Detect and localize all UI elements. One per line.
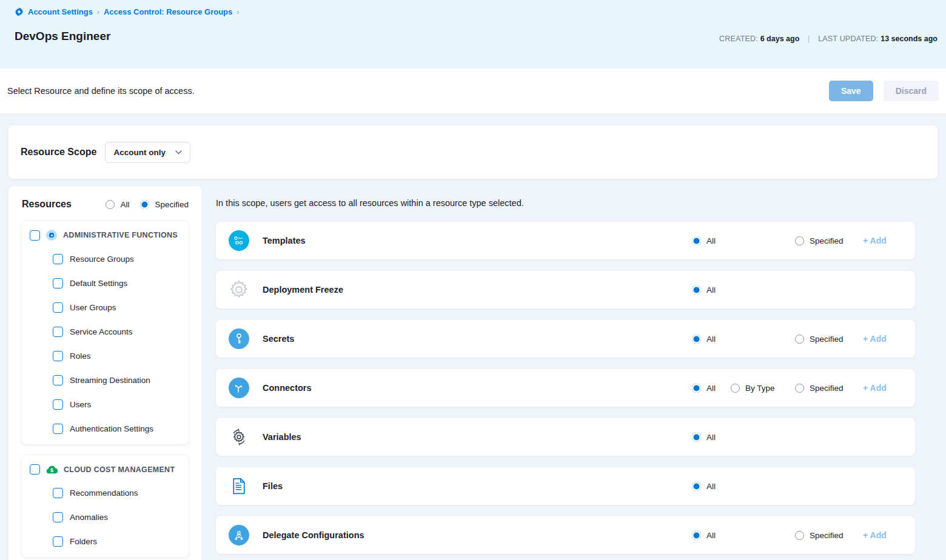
- item-label: Service Accounts: [70, 327, 133, 336]
- list-item-resource-groups[interactable]: Resource Groups: [53, 254, 181, 264]
- toolbar-instruction: Select Resource and define its scope of …: [7, 86, 195, 96]
- discard-button[interactable]: Discard: [884, 81, 939, 101]
- files-icon: [228, 478, 250, 495]
- resources-radio-all-label: All: [120, 200, 129, 209]
- checkbox-icon[interactable]: [53, 254, 63, 264]
- resource-row-deployment-freeze: Deployment Freeze All: [216, 271, 915, 308]
- item-label: Recommendations: [70, 488, 138, 498]
- radio-unchecked-icon[interactable]: [731, 384, 740, 393]
- checkbox-icon[interactable]: [53, 327, 63, 337]
- resource-row-secrets: Secrets All Specified + Add: [216, 320, 915, 358]
- list-item-folders[interactable]: Folders: [53, 536, 181, 547]
- radio-checked-icon[interactable]: [692, 384, 701, 393]
- list-item-streaming-destination[interactable]: Streaming Destination: [53, 375, 181, 385]
- resource-row-delegate-configurations: Delegate Configurations All Specified + …: [216, 516, 915, 554]
- option-all-label: All: [706, 433, 716, 442]
- group-checkbox[interactable]: [30, 230, 40, 241]
- radio-unchecked-icon[interactable]: [795, 236, 804, 245]
- secrets-add-button[interactable]: + Add: [863, 334, 903, 344]
- connectors-radio-by-type[interactable]: By Type: [731, 384, 795, 393]
- radio-unchecked-icon[interactable]: [795, 335, 804, 344]
- radio-checked-icon[interactable]: [692, 285, 701, 295]
- list-item-default-settings[interactable]: Default Settings: [53, 278, 181, 288]
- breadcrumb: Account Settings › Access Control: Resou…: [15, 7, 936, 16]
- resource-row-variables: Variables All: [216, 418, 915, 456]
- checkbox-icon[interactable]: [53, 351, 63, 361]
- checkbox-icon[interactable]: [53, 302, 63, 313]
- option-specified-label: Specified: [810, 531, 844, 540]
- checkbox-icon[interactable]: [53, 399, 63, 410]
- checkbox-icon[interactable]: [53, 375, 63, 385]
- resource-scope-dropdown[interactable]: Account only: [105, 142, 190, 163]
- connectors-radio-specified[interactable]: Specified: [795, 384, 863, 393]
- radio-checked-icon[interactable]: [692, 531, 701, 540]
- deployment-freeze-icon: [228, 281, 250, 299]
- radio-checked-icon[interactable]: [692, 335, 701, 344]
- item-label: User Groups: [70, 303, 116, 312]
- delegate-configurations-radio-specified[interactable]: Specified: [795, 531, 863, 540]
- checkbox-icon[interactable]: [53, 512, 63, 522]
- checkbox-icon[interactable]: [53, 488, 63, 498]
- list-item-service-accounts[interactable]: Service Accounts: [53, 327, 181, 337]
- radio-unchecked-icon[interactable]: [795, 531, 804, 540]
- option-all-label: All: [706, 335, 716, 344]
- scope-description: In this scope, users get access to all r…: [216, 198, 915, 208]
- checkbox-icon[interactable]: [53, 424, 63, 434]
- connectors-radio-all[interactable]: All: [692, 384, 731, 393]
- created-updated-meta: CREATED: 6 days ago | LAST UPDATED: 13 s…: [719, 35, 938, 43]
- list-item-roles[interactable]: Roles: [53, 351, 181, 361]
- breadcrumb-account-settings[interactable]: Account Settings: [28, 7, 93, 16]
- list-item-anomalies[interactable]: Anomalies: [53, 512, 181, 522]
- templates-add-button[interactable]: + Add: [863, 236, 903, 245]
- variables-radio-all[interactable]: All: [692, 433, 731, 442]
- secrets-radio-all[interactable]: All: [692, 335, 731, 344]
- item-label: Users: [70, 400, 91, 409]
- radio-checked-icon[interactable]: [692, 482, 701, 491]
- secrets-radio-specified[interactable]: Specified: [795, 335, 863, 344]
- save-button[interactable]: Save: [829, 81, 873, 101]
- templates-icon: [228, 230, 250, 251]
- meta-divider: |: [808, 35, 810, 43]
- option-specified-label: Specified: [810, 384, 844, 393]
- list-item-authentication-settings[interactable]: Authentication Settings: [53, 424, 181, 434]
- radio-unchecked-icon[interactable]: [106, 200, 115, 209]
- files-radio-all[interactable]: All: [692, 482, 731, 491]
- svg-text:$: $: [50, 467, 53, 473]
- resource-row-label: Secrets: [263, 334, 294, 344]
- list-item-recommendations[interactable]: Recommendations: [53, 488, 181, 498]
- item-label: Default Settings: [70, 279, 127, 288]
- item-label: Folders: [70, 537, 97, 546]
- chevron-down-icon: [175, 150, 182, 155]
- breadcrumb-resource-groups[interactable]: Access Control: Resource Groups: [104, 7, 232, 16]
- gear-icon: [15, 7, 24, 16]
- connectors-icon: [228, 378, 250, 398]
- secrets-icon: [228, 328, 250, 349]
- connectors-add-button[interactable]: + Add: [863, 383, 903, 393]
- option-by-type-label: By Type: [745, 384, 775, 393]
- templates-radio-specified[interactable]: Specified: [795, 236, 863, 245]
- option-all-label: All: [706, 285, 716, 295]
- resources-radio-specified[interactable]: Specified: [140, 200, 189, 209]
- resource-scope-label: Resource Scope: [21, 147, 96, 158]
- radio-checked-icon[interactable]: [692, 236, 701, 245]
- templates-radio-all[interactable]: All: [692, 236, 731, 245]
- delegate-configurations-add-button[interactable]: + Add: [863, 530, 903, 540]
- resource-row-label: Files: [263, 481, 283, 491]
- radio-unchecked-icon[interactable]: [795, 384, 804, 393]
- checkbox-icon[interactable]: [53, 278, 63, 288]
- resource-row-connectors: Connectors All By Type Specified: [216, 369, 915, 407]
- group-checkbox[interactable]: [30, 464, 40, 475]
- resources-panel-title: Resources: [22, 199, 72, 210]
- list-item-users[interactable]: Users: [53, 399, 181, 410]
- list-item-user-groups[interactable]: User Groups: [53, 302, 181, 313]
- group-cloud-cost-management: $ CLOUD COST MANAGEMENT Recommendations …: [22, 455, 189, 557]
- resources-radio-all[interactable]: All: [106, 200, 129, 209]
- deployment-freeze-radio-all[interactable]: All: [692, 285, 731, 295]
- radio-checked-icon[interactable]: [140, 200, 149, 209]
- checkbox-icon[interactable]: [53, 536, 63, 547]
- item-label: Anomalies: [70, 513, 108, 522]
- resource-scope-card: Resource Scope Account only: [8, 125, 938, 179]
- radio-checked-icon[interactable]: [692, 433, 701, 442]
- option-all-label: All: [706, 236, 716, 245]
- delegate-configurations-radio-all[interactable]: All: [692, 531, 731, 540]
